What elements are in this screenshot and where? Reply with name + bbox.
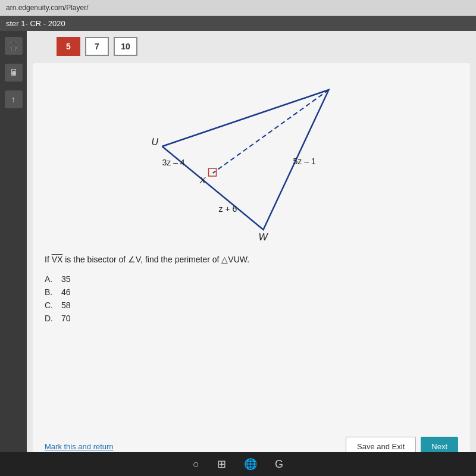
browser-bar: arn.edgenuity.com/Player/: [0, 0, 476, 16]
tab-5[interactable]: 5: [57, 37, 80, 56]
option-a[interactable]: A. 35: [45, 274, 458, 284]
option-b[interactable]: B. 46: [45, 287, 458, 297]
svg-rect-1: [209, 168, 217, 176]
label-5z1: 5z – 1: [293, 156, 316, 166]
taskbar-browser-icon[interactable]: 🌐: [244, 458, 257, 471]
taskbar-square-icon[interactable]: ⊞: [217, 458, 226, 471]
tools-icon[interactable]: ↑: [5, 90, 23, 108]
triangle-svg: U X W 3z – 4 5z – 1 z + 6: [45, 75, 458, 248]
mark-return-link[interactable]: Mark this and return: [45, 442, 114, 451]
question-tabs: 5 7 10: [33, 37, 470, 56]
audio-icon[interactable]: 🎧: [5, 37, 23, 55]
taskbar-circle-icon[interactable]: ○: [193, 458, 199, 471]
label-X: X: [199, 175, 206, 185]
calculator-icon[interactable]: 🖩: [5, 64, 23, 82]
taskbar: ○ ⊞ 🌐 G: [0, 452, 476, 476]
label-W: W: [259, 232, 269, 242]
label-3z4: 3z – 4: [162, 158, 185, 167]
option-d[interactable]: D. 70: [45, 314, 458, 323]
page-header: ster 1- CR - 2020: [0, 16, 476, 31]
tab-7[interactable]: 7: [85, 37, 109, 56]
tab-10[interactable]: 10: [114, 37, 137, 56]
diagram-area: U X W 3z – 4 5z – 1 z + 6: [45, 75, 458, 248]
option-c[interactable]: C. 58: [45, 300, 458, 310]
overline-vx: VX: [52, 255, 63, 264]
label-z6: z + 6: [219, 204, 237, 214]
page-title: ster 1- CR - 2020: [6, 19, 65, 28]
label-U: U: [152, 137, 159, 147]
browser-url: arn.edgenuity.com/Player/: [6, 4, 89, 12]
question-text: If VX is the bisector of ∠V, find the pe…: [45, 253, 458, 266]
taskbar-search-icon[interactable]: G: [275, 458, 283, 471]
question-card: U X W 3z – 4 5z – 1 z + 6 If VX is the b…: [33, 63, 470, 468]
sidebar: 🎧 🖩 ↑: [0, 31, 27, 474]
content-area: 5 7 10: [27, 31, 476, 474]
answer-options: A. 35 B. 46 C. 58 D. 70: [45, 274, 458, 323]
